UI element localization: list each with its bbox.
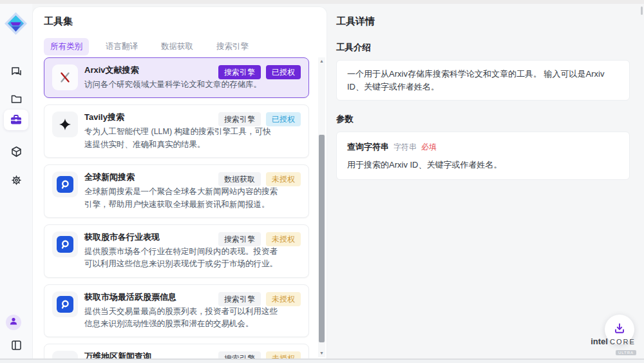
category-badge: 搜索引擎 — [218, 232, 261, 246]
tool-card-global-news[interactable]: 全球新闻搜索 全球新闻搜索是一个聚合全球各大新闻网站内容的搜索引擎，帮助用户快速… — [44, 164, 309, 218]
auth-status-badge: 未授权 — [266, 232, 301, 246]
cube-icon — [10, 146, 23, 158]
auth-status-badge: 已授权 — [266, 112, 301, 126]
download-icon — [613, 322, 626, 337]
category-tabs: 所有类别 语言翻译 数据获取 搜索引擎 — [44, 38, 255, 55]
gear-icon — [10, 174, 23, 186]
sidebar-item-collapse[interactable] — [4, 334, 28, 356]
tavily-star-icon — [52, 112, 78, 137]
scroll-up-arrow-icon[interactable]: ▲ — [318, 57, 325, 65]
tool-card-active-stocks[interactable]: 获取市场最活跃股票信息 提供当天交易量最高的股票列表，投资者可以利用这些信息来识… — [44, 284, 309, 338]
intel-ultra-badge: ULTRA — [616, 350, 636, 355]
toolset-panel: 工具集 所有类别 语言翻译 数据获取 搜索引擎 Arxiv文献搜索 访问各个研究… — [32, 6, 327, 358]
auth-status-badge: 已授权 — [266, 65, 301, 79]
window-bottom-edge — [0, 358, 644, 363]
parameter-card: 查询字符串 字符串 必填 用于搜索的Arxiv ID、关键字或作者姓名。 — [336, 132, 630, 180]
category-badge: 搜索引擎 — [218, 292, 261, 306]
intel-product-text: core — [610, 338, 636, 346]
list-scrollbar[interactable]: ▲ ▼ — [318, 57, 325, 357]
tool-card-tavily[interactable]: Tavily搜索 专为人工智能代理 (LLM) 构建的搜索引擎工具，可快速提供实… — [44, 104, 309, 158]
auth-status-badge: 未授权 — [266, 351, 301, 358]
tool-description: 专为人工智能代理 (LLM) 构建的搜索引擎工具，可快速提供实时、准确和真实的结… — [84, 126, 278, 151]
chat-icon — [10, 66, 23, 78]
app-logo-icon — [4, 12, 28, 35]
user-avatar[interactable] — [6, 315, 21, 330]
tab-search-engine[interactable]: 搜索引擎 — [210, 38, 255, 55]
sidebar-item-models[interactable] — [4, 141, 28, 162]
tool-card-regional-news[interactable]: 万维地区新闻查询 查询具体行政区划内的新闻，快速了解各地新闻动 搜索引擎 未授权 — [44, 344, 309, 358]
parameter-type: 字符串 — [393, 141, 417, 153]
tab-translation[interactable]: 语言翻译 — [99, 38, 144, 55]
category-badge: 搜索引擎 — [218, 351, 261, 358]
tab-data-fetch[interactable]: 数据获取 — [155, 38, 200, 55]
intro-text-box: 一个用于从Arxiv存储库搜索科学论文和文章的工具。 输入可以是Arxiv ID… — [336, 60, 630, 101]
news-search-icon — [52, 291, 78, 317]
toolbox-icon — [10, 113, 23, 126]
intro-heading: 工具介绍 — [336, 42, 630, 54]
sidebar-item-settings[interactable] — [4, 169, 28, 191]
app-window: 工具集 所有类别 语言翻译 数据获取 搜索引擎 Arxiv文献搜索 访问各个研究… — [0, 0, 644, 363]
tool-description: 访问各个研究领域大量科学论文和文章的存储库。 — [84, 79, 278, 91]
required-flag: 必填 — [421, 141, 437, 153]
scroll-down-arrow-icon[interactable]: ▼ — [318, 349, 325, 357]
tool-list: Arxiv文献搜索 访问各个研究领域大量科学论文和文章的存储库。 搜索引擎 已授… — [44, 57, 309, 358]
page-title: 工具集 — [44, 15, 73, 28]
news-search-icon — [52, 172, 78, 197]
layout-columns-icon — [10, 339, 23, 351]
category-badge: 搜索引擎 — [218, 65, 261, 79]
params-heading: 参数 — [336, 113, 630, 125]
tool-description: 全球新闻搜索是一个聚合全球各大新闻网站内容的搜索引擎，帮助用户快速获取全球最新资… — [84, 186, 278, 211]
sidebar-item-tools[interactable] — [4, 110, 28, 130]
parameter-description: 用于搜索的Arxiv ID、关键字或作者姓名。 — [347, 159, 619, 172]
tool-card-sector-performance[interactable]: 获取股市各行业表现 提供股票市场各个行业在特定时间段内的表现。投资者可以利用这些… — [44, 224, 309, 278]
intel-brand-text: intel — [591, 337, 608, 346]
details-scrollbar[interactable] — [641, 6, 643, 15]
tab-all-categories[interactable]: 所有类别 — [44, 38, 89, 55]
tool-details-panel: 工具详情 工具介绍 一个用于从Arxiv存储库搜索科学论文和文章的工具。 输入可… — [327, 4, 644, 358]
details-title: 工具详情 — [336, 15, 630, 28]
tool-description: 提供当天交易量最高的股票列表，投资者可以利用这些信息来识别流动性强的股票和潜在的… — [84, 306, 278, 331]
category-badge: 搜索引擎 — [218, 112, 261, 126]
parameter-name: 查询字符串 — [347, 141, 389, 153]
sidebar-item-chat[interactable] — [4, 61, 28, 83]
auth-status-badge: 未授权 — [266, 292, 301, 306]
sidebar — [0, 4, 32, 358]
arxiv-icon — [52, 64, 78, 90]
tool-card-arxiv[interactable]: Arxiv文献搜索 访问各个研究领域大量科学论文和文章的存储库。 搜索引擎 已授… — [44, 57, 309, 98]
tool-description: 提供股票市场各个行业在特定时间段内的表现。投资者可以利用这些信息来识别表现优于或… — [84, 246, 278, 271]
category-badge: 数据获取 — [218, 172, 261, 186]
scrollbar-thumb[interactable] — [319, 135, 325, 342]
newspaper-icon — [52, 351, 78, 358]
sidebar-item-files[interactable] — [4, 88, 28, 110]
folder-icon — [10, 93, 23, 105]
auth-status-badge: 未授权 — [266, 172, 301, 186]
news-search-icon — [52, 231, 78, 257]
person-icon — [9, 317, 18, 328]
intel-core-logo: intel core ULTRA — [587, 337, 639, 356]
